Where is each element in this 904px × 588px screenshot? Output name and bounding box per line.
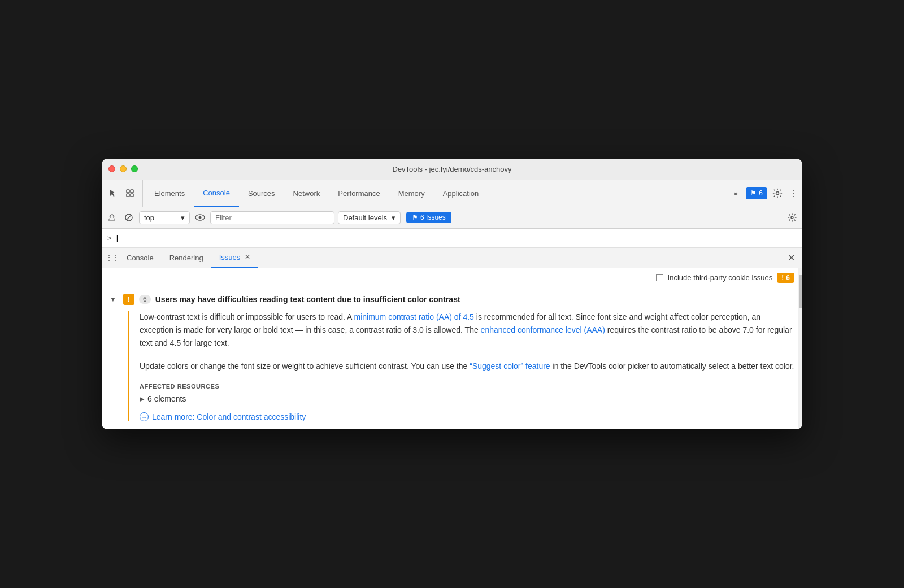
tab-application[interactable]: Application [434, 180, 488, 207]
tab-sources[interactable]: Sources [239, 180, 284, 207]
tab-console-panel[interactable]: Console [119, 248, 162, 268]
block-icon[interactable] [122, 211, 136, 224]
chevron-down-icon: ▾ [392, 214, 395, 222]
svg-rect-2 [127, 194, 129, 197]
log-levels-dropdown[interactable]: Default levels ▾ [338, 211, 401, 224]
svg-rect-1 [131, 190, 133, 193]
cursor-icon[interactable] [105, 185, 121, 201]
issue-chevron-icon: ▼ [110, 295, 119, 303]
issue-warning-icon: ! [123, 294, 134, 305]
more-options-button[interactable]: ⋮ [788, 185, 799, 201]
learn-more-link[interactable]: → Learn more: Color and contrast accessi… [140, 412, 794, 421]
flag-icon: ⚑ [750, 189, 757, 197]
tab-network[interactable]: Network [284, 180, 329, 207]
tab-rendering-panel[interactable]: Rendering [162, 248, 211, 268]
svg-line-6 [127, 215, 132, 220]
issues-panel: Include third-party cookie issues ! 6 ▼ … [102, 268, 802, 429]
tab-elements[interactable]: Elements [145, 180, 194, 207]
affected-elements-toggle[interactable]: ▶ 6 elements [140, 394, 794, 403]
toolbar-icons [105, 180, 143, 207]
affected-resources-label: AFFECTED RESOURCES [140, 383, 794, 390]
elements-chevron-icon: ▶ [140, 395, 144, 403]
devtools-tabs: Elements Console Sources Network Perform… [145, 180, 723, 207]
svg-rect-0 [127, 190, 129, 193]
window-title: DevTools - jec.fyi/demo/cds-anchovy [393, 165, 512, 173]
console-filterbar: top ▾ Default levels ▾ ⚑ 6 Issues [102, 207, 802, 229]
cookie-issues-badge: ! 6 [777, 273, 794, 283]
window-controls [108, 165, 138, 172]
filter-settings-button[interactable] [785, 211, 799, 224]
tab-performance[interactable]: Performance [329, 180, 389, 207]
affected-resources-section: AFFECTED RESOURCES ▶ 6 elements [140, 383, 794, 403]
scrollbar-track [798, 268, 802, 429]
devtools-window: DevTools - jec.fyi/demo/cds-anchovy Elem [102, 159, 802, 429]
bottom-tab-more-button[interactable]: ⋮⋮ [105, 248, 119, 268]
scrollbar-thumb[interactable] [799, 275, 802, 308]
eye-icon[interactable] [193, 211, 207, 224]
issue-title: Users may have difficulties reading text… [155, 295, 460, 304]
issue-item: ▼ ! 6 Users may have difficulties readin… [102, 288, 802, 421]
issue-update-text: Update colors or change the font size or… [140, 360, 794, 373]
issues-badge-button[interactable]: ⚑ 6 [746, 187, 767, 199]
filter-input[interactable] [210, 211, 334, 224]
close-button[interactable] [108, 165, 115, 172]
toolbar-right: » ⚑ 6 ⋮ [723, 180, 799, 207]
clear-console-button[interactable] [105, 211, 119, 224]
console-prompt: > [107, 234, 112, 242]
console-input-area: > | [102, 229, 802, 248]
console-cursor-input[interactable]: | [115, 234, 120, 242]
devtools-toolbar: Elements Console Sources Network Perform… [102, 180, 802, 207]
issue-body: Low-contrast text is difficult or imposs… [128, 311, 794, 421]
minimize-button[interactable] [120, 165, 127, 172]
cookie-label: Include third-party cookie issues [668, 273, 773, 282]
bottom-panel-tabs: ⋮⋮ Console Rendering Issues ✕ ✕ [102, 248, 802, 268]
more-tabs-button[interactable]: » [728, 185, 744, 201]
suggest-color-link[interactable]: “Suggest color” feature [470, 361, 550, 371]
svg-point-9 [791, 216, 793, 219]
chevron-down-icon: ▾ [181, 214, 185, 222]
aaa-conformance-link[interactable]: enhanced conformance level (AAA) [481, 325, 605, 334]
issue-header[interactable]: ▼ ! 6 Users may have difficulties readin… [102, 288, 802, 311]
issues-count-button[interactable]: ⚑ 6 Issues [406, 212, 451, 223]
aa-contrast-link[interactable]: minimum contrast ratio (AA) of 4.5 [354, 312, 473, 321]
close-panel-button[interactable]: ✕ [783, 250, 799, 265]
svg-point-4 [776, 192, 779, 195]
svg-point-8 [199, 216, 202, 219]
issue-description: Low-contrast text is difficult or imposs… [140, 311, 794, 350]
issue-count-badge: 6 [139, 295, 151, 304]
context-selector[interactable]: top ▾ [139, 211, 190, 224]
inspect-icon[interactable] [122, 185, 138, 201]
cookie-bar: Include third-party cookie issues ! 6 [102, 268, 802, 288]
tab-console[interactable]: Console [194, 180, 239, 207]
maximize-button[interactable] [131, 165, 138, 172]
tab-memory[interactable]: Memory [389, 180, 434, 207]
svg-rect-3 [131, 194, 133, 197]
cookie-checkbox[interactable] [656, 274, 663, 281]
tab-issues-panel[interactable]: Issues ✕ [211, 248, 259, 268]
issues-tab-close-icon[interactable]: ✕ [245, 253, 250, 261]
titlebar: DevTools - jec.fyi/demo/cds-anchovy [102, 159, 802, 180]
flag-icon: ⚑ [412, 214, 418, 221]
learn-more-icon: → [140, 412, 149, 421]
settings-button[interactable] [770, 185, 785, 201]
warning-icon: ! [781, 274, 784, 282]
